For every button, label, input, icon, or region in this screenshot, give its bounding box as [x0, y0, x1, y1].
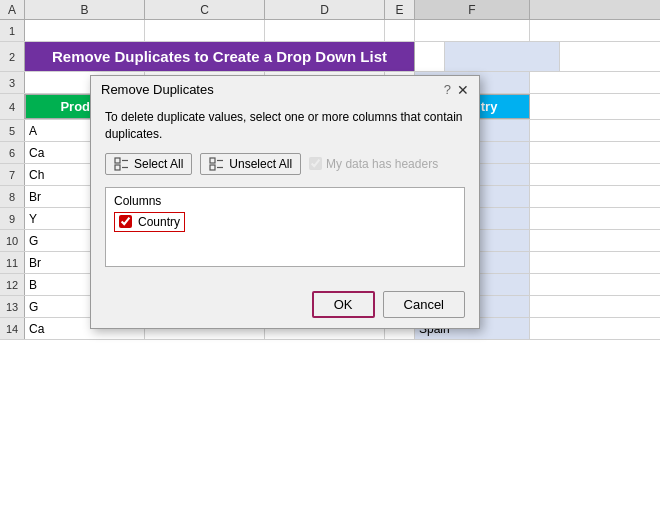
grid-row-1: 1 [0, 20, 660, 42]
select-all-label: Select All [134, 157, 183, 171]
select-all-button[interactable]: Select All [105, 153, 192, 175]
svg-rect-4 [210, 158, 215, 163]
col-header-c: C [145, 0, 265, 19]
my-data-headers-checkbox [309, 157, 322, 170]
select-all-icon [114, 157, 130, 171]
row-num-6: 6 [0, 142, 25, 163]
dialog-description: To delete duplicate values, select one o… [105, 109, 465, 143]
unselect-all-label: Unselect All [229, 157, 292, 171]
cell-1b [25, 20, 145, 41]
cell-2e [415, 42, 445, 71]
row-num-1: 1 [0, 20, 25, 41]
column-headers: A B C D E F [0, 0, 660, 20]
cell-2-title: Remove Duplicates to Create a Drop Down … [25, 42, 415, 71]
cell-1f [415, 20, 530, 41]
unselect-all-icon [209, 157, 225, 171]
cell-1d [265, 20, 385, 41]
row-num-11: 11 [0, 252, 25, 273]
columns-box: Columns Country [105, 187, 465, 267]
row-num-5: 5 [0, 120, 25, 141]
row-num-14: 14 [0, 318, 25, 339]
columns-label: Columns [114, 194, 456, 208]
dialog-title: Remove Duplicates [101, 82, 214, 97]
help-icon[interactable]: ? [444, 82, 451, 97]
row-num-10: 10 [0, 230, 25, 251]
row-num-8: 8 [0, 186, 25, 207]
close-icon[interactable]: ✕ [457, 83, 469, 97]
unselect-all-button[interactable]: Unselect All [200, 153, 301, 175]
col-header-b: B [25, 0, 145, 19]
cancel-button[interactable]: Cancel [383, 291, 465, 318]
spreadsheet: A B C D E F 1 2 Remove Duplicates to Cre… [0, 0, 660, 505]
col-header-f: F [415, 0, 530, 19]
column-country-checkbox[interactable] [119, 215, 132, 228]
row-num-2: 2 [0, 42, 25, 71]
row-num-7: 7 [0, 164, 25, 185]
ok-button[interactable]: OK [312, 291, 375, 318]
dialog-footer: OK Cancel [91, 287, 479, 328]
row-num-13: 13 [0, 296, 25, 317]
dialog-action-buttons: Select All Unselect All M [105, 153, 465, 175]
col-header-d: D [265, 0, 385, 19]
row-num-4: 4 [0, 94, 25, 119]
svg-rect-5 [210, 165, 215, 170]
column-country-label: Country [138, 215, 180, 229]
svg-rect-0 [115, 158, 120, 163]
dialog-controls: ? ✕ [444, 82, 469, 97]
col-header-a: A [0, 0, 25, 19]
my-data-headers-text: My data has headers [326, 157, 438, 171]
title-text: Remove Duplicates to Create a Drop Down … [52, 48, 387, 65]
grid-row-2: 2 Remove Duplicates to Create a Drop Dow… [0, 42, 660, 72]
column-country-item[interactable]: Country [114, 212, 185, 232]
remove-duplicates-dialog: Remove Duplicates ? ✕ To delete duplicat… [90, 75, 480, 329]
svg-rect-1 [115, 165, 120, 170]
col-header-e: E [385, 0, 415, 19]
my-data-headers-label: My data has headers [309, 157, 438, 171]
row-num-3: 3 [0, 72, 25, 93]
dialog-body: To delete duplicate values, select one o… [91, 101, 479, 287]
cell-2f [445, 42, 560, 71]
cell-1e [385, 20, 415, 41]
row-num-12: 12 [0, 274, 25, 295]
row-num-9: 9 [0, 208, 25, 229]
dialog-titlebar: Remove Duplicates ? ✕ [91, 76, 479, 101]
cell-1c [145, 20, 265, 41]
